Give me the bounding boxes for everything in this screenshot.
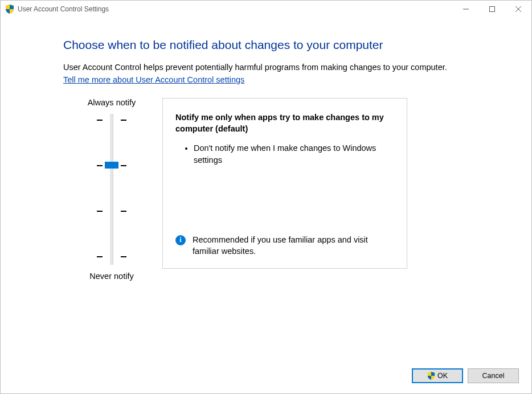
slider-track — [110, 114, 113, 265]
button-row: OK Cancel — [412, 368, 519, 383]
titlebar: User Account Control Settings — [1, 1, 531, 18]
slider-tick — [121, 256, 126, 257]
slider-tick — [97, 211, 103, 212]
help-link[interactable]: Tell me more about User Account Control … — [63, 75, 244, 86]
close-button[interactable] — [505, 1, 531, 18]
cancel-button[interactable]: Cancel — [468, 368, 519, 383]
content-area: Choose when to be notified about changes… — [1, 18, 531, 393]
maximize-button[interactable] — [479, 1, 505, 18]
ok-label: OK — [437, 372, 448, 380]
window-title: User Account Control Settings — [18, 5, 109, 13]
slider-top-label: Always notify — [88, 98, 136, 107]
slider-tick — [121, 165, 126, 166]
slider-bottom-label: Never notify — [89, 272, 133, 281]
slider-tick — [121, 211, 126, 212]
notification-details: Don't notify me when I make changes to W… — [175, 142, 394, 166]
slider-column: Always notify Never notify — [63, 98, 160, 281]
ok-button[interactable]: OK — [412, 368, 463, 383]
notification-info-box: Notify me only when apps try to make cha… — [162, 98, 407, 269]
slider-thumb[interactable] — [105, 162, 118, 169]
description-text: User Account Control helps prevent poten… — [63, 63, 447, 72]
notification-bullet: Don't notify me when I make changes to W… — [194, 142, 394, 166]
recommendation-row: i Recommended if you use familiar apps a… — [175, 223, 394, 257]
slider-tick — [121, 120, 126, 121]
uac-window: User Account Control Settings Choose whe… — [0, 0, 532, 394]
notification-title: Notify me only when apps try to make cha… — [175, 112, 394, 134]
shield-icon — [5, 5, 14, 14]
minimize-button[interactable] — [453, 1, 479, 18]
page-heading: Choose when to be notified about changes… — [63, 38, 492, 52]
notification-slider[interactable] — [89, 114, 134, 265]
svg-rect-1 — [490, 7, 495, 12]
window-controls — [453, 1, 531, 18]
recommendation-text: Recommended if you use familiar apps and… — [193, 234, 394, 257]
main-area: Always notify Never notify Notify me onl… — [63, 98, 492, 281]
slider-tick — [97, 165, 103, 166]
slider-tick — [97, 120, 103, 121]
shield-icon — [427, 372, 435, 380]
info-icon: i — [175, 235, 186, 245]
slider-tick — [97, 256, 103, 257]
cancel-label: Cancel — [482, 372, 505, 380]
page-description: User Account Control helps prevent poten… — [63, 62, 485, 85]
